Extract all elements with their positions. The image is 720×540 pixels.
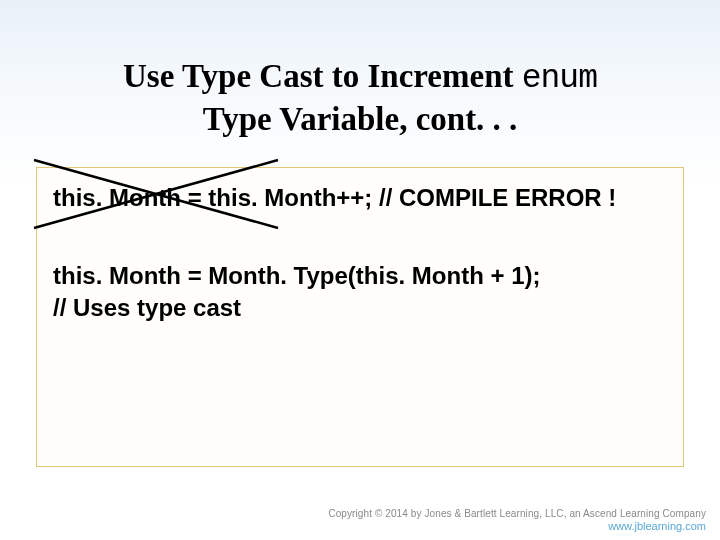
- code-line-comment: // Uses type cast: [53, 292, 667, 324]
- footer: Copyright © 2014 by Jones & Bartlett Lea…: [328, 508, 706, 532]
- footer-copyright: Copyright © 2014 by Jones & Bartlett Lea…: [328, 508, 706, 519]
- blank-spacer: [53, 214, 667, 260]
- code-line-error: this. Month = this. Month++; // COMPILE …: [53, 182, 667, 214]
- title-part1: Use Type Cast to Increment: [123, 58, 522, 94]
- slide: Use Type Cast to Increment enum Type Var…: [0, 0, 720, 540]
- footer-url: www.jblearning.com: [328, 520, 706, 532]
- title-enum: enum: [522, 60, 597, 97]
- content-box: this. Month = this. Month++; // COMPILE …: [36, 167, 684, 467]
- slide-title: Use Type Cast to Increment enum Type Var…: [36, 56, 684, 141]
- title-part2: Type Variable, cont. . .: [203, 101, 518, 137]
- code-line-correct: this. Month = Month. Type(this. Month + …: [53, 260, 667, 292]
